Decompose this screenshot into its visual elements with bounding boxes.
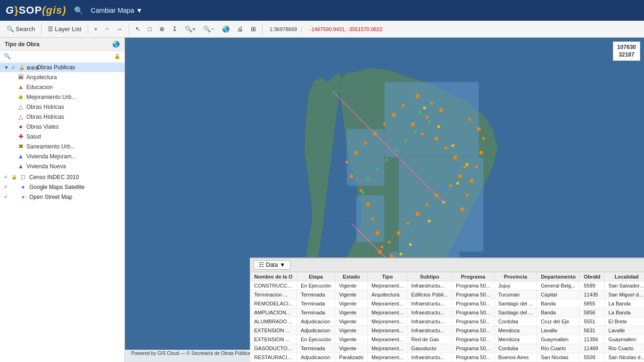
table-header-cell[interactable]: Departamento [537,272,580,281]
zoom-out-icon: 🔍− [203,25,215,33]
table-cell: Cruz del Eje [537,317,580,326]
svg-point-52 [470,179,474,183]
table-cell: En Ejecución [297,281,335,290]
obras-hidricas-1-label: Obras Hídricas [26,104,64,110]
svg-point-55 [423,107,426,109]
sublayer-arquitectura[interactable]: 🏛 Arquitectura [0,72,124,82]
layer-item-censo[interactable]: ✓ 🔒 □ Censo INDEC 2010 [0,172,124,182]
table-row[interactable]: CONSTRUCC...En EjecuciónVigenteMejoramen… [250,281,644,290]
zoom-out-button[interactable]: 🔍− [200,24,217,34]
table-cell: Programa 50... [452,326,495,335]
table-cell: Mejorament... [368,353,407,362]
table-row[interactable]: EXTENSION ...En EjecuciónVigenteMejorame… [250,335,644,344]
search-button[interactable]: 🔍 Search [4,24,38,34]
sublayer-saneamiento-urb[interactable]: ✖ Saneamiento Urb... [0,141,124,151]
remove-button[interactable]: − [102,24,112,34]
table-header-cell[interactable]: Subtipo [407,272,452,281]
table-header-cell[interactable]: Programa [452,272,495,281]
globe-button[interactable]: 🌏 [219,24,232,34]
search-icon-header[interactable]: 🔍 [74,6,83,15]
svg-point-70 [395,149,398,152]
print-icon: 🖨 [237,25,243,33]
svg-point-58 [466,163,469,166]
table-header-cell[interactable]: Etapa [297,272,335,281]
pan-button[interactable]: ↔ [114,24,125,34]
svg-point-36 [349,174,353,178]
table-row[interactable]: GASODUCTO...TerminadaVigenteMejorament..… [250,344,644,353]
sublayer-educacion[interactable]: ▲ Educacion [0,82,124,92]
svg-point-47 [468,118,471,121]
sublayer-mejoramiento-urb[interactable]: ◆ Mejoramiento Urb... [0,92,124,102]
layer-item-obras-publicas[interactable]: ▼ ✓ 🔒 ◼◼◼ Obras Publicas [0,63,124,72]
pan-icon: ↔ [116,25,123,33]
table-row[interactable]: REMODELACI...TerminadaVigenteMejorament.… [250,299,644,308]
table-header-cell[interactable]: Estado [335,272,368,281]
crosshair-button[interactable]: ⊕ [157,24,167,34]
pointer-button[interactable]: ↖ [132,24,143,34]
svg-point-66 [419,111,421,114]
svg-point-79 [454,170,457,173]
osm-icon: ● [19,193,27,200]
svg-point-35 [345,161,348,164]
search-toolbar-icon: 🔍 [7,25,14,33]
table-cell: Programa 50... [452,308,495,317]
table-cell: Programa 50... [452,317,495,326]
table-cell: 5589 [580,281,604,290]
table-cell: REMODELACI... [250,299,297,308]
sublayer-salud[interactable]: ✚ Salud [0,132,124,141]
print-button[interactable]: 🖨 [234,24,246,34]
svg-point-54 [461,207,464,211]
svg-point-18 [458,174,462,178]
toolbar-separator-3 [129,24,129,35]
grid-button[interactable]: ⊞ [248,24,259,34]
layer-list-icon: ☰ [48,25,53,33]
table-row[interactable]: EXTENSION ...AdjudicacionVigenteMejorame… [250,326,644,335]
table-row[interactable]: ALUMBRADO ...AdjudicacionVigenteMejorame… [250,317,644,326]
sublayer-vivienda-mejoram[interactable]: ▲ Vivienda Mejoram... [0,151,124,161]
zoom-in-button[interactable]: 🔍+ [182,24,199,34]
svg-point-11 [426,116,429,119]
data-panel-tab[interactable]: ☷ Data ▼ [254,260,290,270]
table-cell: Red de Gas [407,335,452,344]
select-rect-button[interactable]: □ [145,24,155,34]
toolbar-separator-1 [41,24,41,35]
svg-point-49 [482,137,485,140]
table-row[interactable]: Terminacion ...TerminadaVigenteArquitect… [250,290,644,299]
table-cell: Programa 50... [452,344,495,353]
table-header-cell[interactable]: Tipo [368,272,407,281]
table-cell: La Banda [604,299,644,308]
logo: G}SOP(gis) [6,4,66,16]
map-container[interactable]: 107630 32187 Powered by GIS Cloud — © Se… [125,38,644,362]
layer-item-google-sat[interactable]: ✓ ● Google Maps Satellite [0,182,124,192]
toolbar: 🔍 Search ☰ Layer List + − ↔ ↖ □ ⊕ ↧ 🔍+ 🔍… [0,21,644,38]
sublayer-vivienda-nueva[interactable]: ▲ Vivienda Nueva [0,161,124,171]
table-row[interactable]: RESTAURACI...AdjudicacionParalizadoMejor… [250,353,644,362]
sublayer-obras-hidricas-2[interactable]: △ Obras Hídricas [0,112,124,122]
table-row[interactable]: AMPLIACION...TerminadaVigenteMejorament.… [250,308,644,317]
table-header-cell[interactable]: Localidad [604,272,644,281]
table-cell: Adjudicacion [297,317,335,326]
select-rect-icon: □ [148,25,152,33]
data-table-wrapper[interactable]: Nombre de la OEtapaEstadoTipoSubtipoProg… [250,272,644,362]
table-cell: Lavalle [604,326,644,335]
sublayer-obras-hidricas-1[interactable]: △ Obras Hídricas [0,102,124,112]
svg-point-16 [454,156,457,159]
layer-item-osm[interactable]: ✓ ● Open Street Map [0,192,124,202]
table-cell: 5551 [580,317,604,326]
cambiar-mapa-button[interactable]: Cambiar Mapa ▼ [91,7,143,14]
table-cell: Vigente [335,317,368,326]
layer-search-input[interactable] [13,53,112,59]
layer-panel-globe-icon[interactable]: 🌏 [112,41,120,48]
table-header-cell[interactable]: ObraId [580,272,604,281]
add-button[interactable]: + [91,24,101,34]
data-table-body: CONSTRUCC...En EjecuciónVigenteMejoramen… [250,281,644,362]
svg-point-51 [475,165,478,168]
table-header-cell[interactable]: Nombre de la O [250,272,297,281]
download-button[interactable]: ↧ [169,24,180,34]
svg-point-71 [386,158,388,161]
table-cell: ALUMBRADO ... [250,317,297,326]
sublayer-obras-viales[interactable]: ● Obras Viales [0,122,124,132]
layer-list-button[interactable]: ☰ Layer List [45,24,84,34]
search-toolbar-label: Search [16,25,35,33]
table-header-cell[interactable]: Provincia [494,272,537,281]
